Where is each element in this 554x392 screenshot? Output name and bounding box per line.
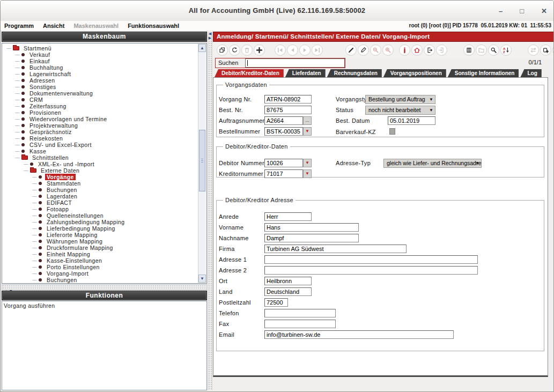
auftragsnummer-input[interactable] — [264, 116, 303, 125]
vorgangstyp-select[interactable]: Bestellung und Auftrag▼ — [365, 95, 435, 104]
anrede-input[interactable] — [264, 212, 312, 221]
tree-item-fotoapp[interactable]: Fotoapp — [3, 206, 197, 212]
info-button[interactable] — [399, 45, 410, 56]
add-button[interactable] — [254, 45, 265, 56]
fax-input[interactable] — [264, 320, 336, 328]
tree-item-zahlungsbedingung-mapping[interactable]: Zahlungsbedingung Mapping — [3, 219, 197, 225]
tree-item-externe-daten[interactable]: Externe Daten — [3, 167, 197, 174]
tree-item-reisekosten[interactable]: Reisekosten — [3, 135, 197, 142]
firma-input[interactable] — [264, 245, 407, 253]
tree-item-sonstiges[interactable]: Sonstiges — [3, 84, 197, 90]
tree-item-lieferorte-mapping[interactable]: Lieferorte Mapping — [3, 232, 197, 238]
edit-button[interactable] — [345, 45, 357, 56]
tree-item-kasse-einstellungen[interactable]: Kasse-Einstellungen — [3, 257, 197, 264]
logout-button[interactable] — [424, 45, 435, 56]
tree-item-wiedervorlagen-und-termine[interactable]: Wiedervorlagen und Termine — [3, 116, 197, 122]
barverkauf-kz-checkbox[interactable] — [389, 128, 395, 135]
debitor-nummer-dropdown-button[interactable]: ▼ — [303, 159, 312, 167]
minimize-icon[interactable]: – — [499, 8, 503, 14]
tree-item-csv-und-excel-export[interactable]: CSV- und Excel-Export — [3, 142, 197, 148]
bestellnummer-dropdown-button[interactable]: ▼ — [303, 127, 312, 136]
search-input[interactable] — [245, 58, 345, 68]
print-button[interactable] — [540, 45, 551, 56]
tree-item-schnittstellen[interactable]: Schnittstellen — [3, 154, 197, 161]
tree-item-zeiterfassung[interactable]: Zeiterfassung — [3, 103, 197, 109]
columns-button[interactable] — [463, 45, 475, 56]
vertical-splitter[interactable]: ◀ ▶ — [208, 32, 212, 390]
tab-lieferdaten[interactable]: Lieferdaten — [285, 69, 326, 77]
vorname-input[interactable] — [264, 223, 359, 232]
best-nr-input[interactable] — [264, 106, 312, 114]
tree-item-porto-einstellungen[interactable]: Porto Einstellungen — [3, 264, 197, 270]
tab-debitor-kreditor-daten[interactable]: Debitor/Kreditor-Daten — [215, 69, 284, 77]
telefon-input[interactable] — [264, 309, 336, 317]
scroll-up-icon[interactable]: ▲ — [198, 44, 206, 52]
tree-item-buchungen[interactable]: Buchungen — [3, 187, 197, 193]
tree-item-provisionen[interactable]: Provisionen — [3, 109, 197, 116]
tab-sonstige-informationen[interactable]: Sonstige Informationen — [448, 69, 519, 77]
tab-rechnungsdaten[interactable]: Rechnungsdaten — [327, 69, 382, 77]
status-select[interactable]: noch nicht bearbeitet▼ — [365, 106, 435, 115]
collapse-right-icon[interactable]: ▶ — [208, 36, 212, 40]
tab-vorgangspositionen[interactable]: Vorgangspositionen — [383, 69, 446, 77]
scrollbar-thumb[interactable] — [199, 130, 205, 191]
tree-scrollbar[interactable]: ▲ ▼ — [198, 44, 206, 283]
tree-item-dokumentenverwaltung[interactable]: Dokumentenverwaltung — [3, 90, 197, 97]
close-icon[interactable]: ✕ — [541, 8, 547, 14]
scroll-down-icon[interactable]: ▼ — [198, 275, 206, 283]
tree-item-druckformulare-mapping[interactable]: Druckformulare Mapping — [3, 245, 197, 251]
tree-connector — [32, 261, 37, 261]
vorgang-nr-input[interactable] — [264, 95, 312, 103]
menu-ansicht[interactable]: Ansicht — [43, 21, 64, 31]
postleitzahl-input[interactable] — [264, 298, 288, 307]
tree-item-crm[interactable]: CRM — [3, 97, 197, 103]
tree-item-stammdaten[interactable]: Stammdaten — [3, 180, 197, 187]
tree-item-vorgang-import[interactable]: Vorgang-Import — [3, 270, 197, 277]
collapse-left-icon[interactable]: ◀ — [208, 32, 212, 36]
tree-item-quelleneinstellungen[interactable]: Quelleneinstellungen — [3, 212, 197, 219]
kreditornummer-input[interactable] — [264, 169, 303, 178]
tab-log[interactable]: Log — [520, 69, 541, 77]
copy-button[interactable] — [217, 45, 228, 56]
search-button[interactable] — [488, 45, 499, 56]
kreditornummer-dropdown-button[interactable]: ▼ — [303, 169, 312, 178]
tree-item-gespraechsnotiz[interactable]: Gesprächsnotiz — [3, 129, 197, 135]
tree-item-edifact[interactable]: EDIFACT — [3, 199, 197, 206]
auftragsnummer-browse-button[interactable]: ... — [303, 116, 312, 125]
menu-programm[interactable]: Programm — [4, 21, 34, 31]
nachname-input[interactable] — [264, 234, 359, 242]
tree-item-verkauf[interactable]: Verkauf — [3, 51, 197, 58]
pen-button[interactable] — [358, 45, 369, 56]
tree-item-projektverwaltung[interactable]: Projektverwaltung — [3, 122, 197, 129]
sort-az-button[interactable]: AZ — [500, 45, 512, 56]
tree-item-lieferbedingung-mapping[interactable]: Lieferbedingung Mapping — [3, 225, 197, 232]
land-input[interactable] — [264, 287, 312, 296]
funktion-item-vorgang-ausfuehren[interactable]: Vorgang ausführen — [2, 301, 206, 310]
tree-item-lagerdaten[interactable]: Lagerdaten — [3, 193, 197, 199]
tree-item-xml-ex-und-import[interactable]: XML-Ex- und -Import — [3, 161, 197, 167]
debitor-nummer-input[interactable] — [264, 159, 303, 167]
adresse1-input[interactable] — [264, 255, 478, 264]
tree-item-startmenue[interactable]: Startmenü — [3, 45, 197, 51]
tree-item-einkauf[interactable]: Einkauf — [3, 58, 197, 64]
email-input[interactable] — [264, 330, 454, 339]
refresh-button[interactable] — [229, 45, 240, 56]
adresse2-input[interactable] — [264, 266, 478, 275]
barverkauf-kz-label: Barverkauf-KZ — [336, 129, 376, 135]
bestellnummer-input[interactable] — [264, 127, 303, 136]
best-datum-input[interactable] — [388, 116, 435, 125]
adresse-typ-select[interactable]: gleich wie Liefer- und Rechnungsadresse▼ — [383, 159, 482, 168]
tree-item-kasse[interactable]: Kasse — [3, 148, 197, 154]
menu-funktionsauswahl[interactable]: Funktionsauswahl — [128, 21, 179, 31]
tree-item-buchhaltung[interactable]: Buchhaltung — [3, 64, 197, 71]
maximize-icon[interactable]: □ — [520, 8, 524, 14]
horizontal-splitter[interactable]: ▲ ▼ — [2, 284, 207, 290]
tree-item-einheit-mapping[interactable]: Einheit Mapping — [3, 251, 197, 257]
ort-input[interactable] — [264, 277, 312, 285]
tree-item-buchungen[interactable]: Buchungen — [3, 277, 197, 283]
home-button[interactable] — [411, 45, 423, 56]
tree-item-lagerwirtschaft[interactable]: Lagerwirtschaft — [3, 71, 197, 77]
tree-item-vorgaenge[interactable]: Vorgänge — [3, 174, 197, 180]
tree-item-adressen[interactable]: Adressen — [3, 77, 197, 84]
tree-item-waehrungen-mapping[interactable]: Währungen Mapping — [3, 238, 197, 245]
